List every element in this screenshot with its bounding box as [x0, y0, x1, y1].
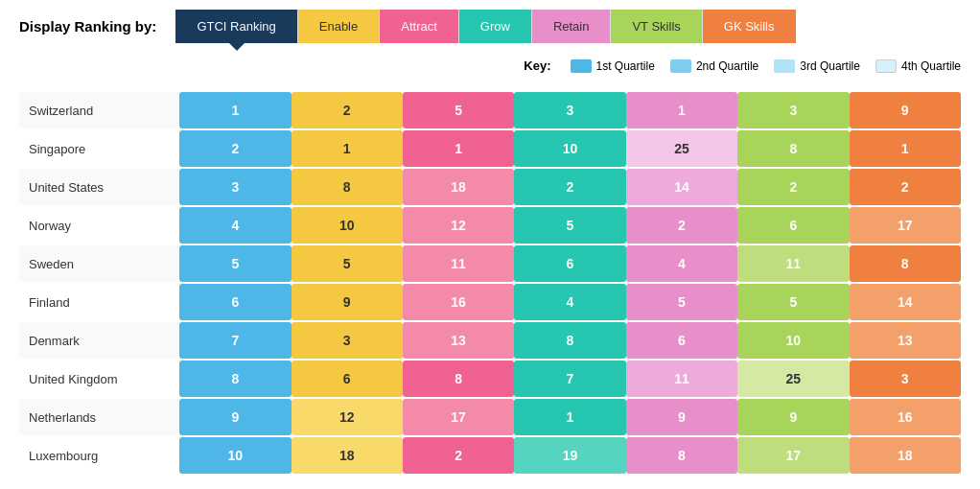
table-row: Switzerland1253139 — [19, 92, 961, 128]
table-row: Finland691645514 — [19, 284, 961, 320]
key-swatch-2q — [670, 59, 691, 73]
enable-cell: 2 — [292, 92, 403, 128]
gkskills-cell: 3 — [850, 361, 961, 397]
retain-cell: 14 — [626, 169, 737, 205]
gtci-cell: 4 — [179, 207, 291, 244]
rankings-table: Switzerland1253139Singapore211102581Unit… — [19, 88, 961, 476]
table-row: United Kingdom868711253 — [19, 361, 961, 397]
retain-cell: 11 — [626, 361, 737, 397]
gkskills-cell: 14 — [850, 284, 961, 320]
vtskills-cell: 6 — [737, 207, 849, 244]
vtskills-cell: 8 — [737, 130, 849, 167]
gtci-cell: 5 — [179, 245, 291, 282]
grow-cell: 4 — [514, 284, 625, 320]
gtci-cell: 2 — [179, 130, 291, 167]
grow-cell: 5 — [514, 207, 625, 244]
enable-cell: 5 — [292, 245, 403, 282]
retain-cell: 5 — [626, 284, 737, 320]
table-row: Denmark7313861013 — [19, 322, 961, 359]
table-row: Sweden551164118 — [19, 245, 961, 282]
btn-enable[interactable]: Enable — [298, 10, 380, 43]
gkskills-cell: 8 — [850, 245, 961, 282]
btn-grow[interactable]: Grow — [459, 10, 532, 43]
attract-cell: 13 — [403, 322, 514, 359]
country-cell: Singapore — [19, 130, 179, 167]
gtci-cell: 10 — [179, 437, 291, 474]
country-cell: Finland — [19, 284, 179, 320]
retain-cell: 25 — [626, 130, 737, 167]
gkskills-cell: 1 — [850, 130, 961, 167]
vtskills-cell: 10 — [737, 322, 849, 359]
display-ranking-label: Display Ranking by: — [19, 18, 156, 35]
attract-cell: 18 — [403, 169, 514, 205]
gtci-cell: 9 — [179, 399, 291, 435]
grow-cell: 3 — [514, 92, 625, 128]
grow-cell: 10 — [514, 130, 625, 167]
retain-cell: 1 — [626, 92, 737, 128]
attract-cell: 8 — [403, 361, 514, 397]
key-text-1q: 1st Quartile — [596, 59, 655, 73]
gkskills-cell: 16 — [850, 399, 961, 435]
retain-cell: 9 — [626, 399, 737, 435]
key-section: Key: 1st Quartile 2nd Quartile 3rd Quart… — [0, 53, 980, 79]
country-cell: Luxembourg — [19, 437, 179, 474]
vtskills-cell: 25 — [737, 361, 849, 397]
country-cell: Sweden — [19, 245, 179, 282]
btn-gkskills[interactable]: GK Skills — [703, 10, 796, 43]
enable-cell: 9 — [292, 284, 403, 320]
header-section: Display Ranking by: GTCI Ranking Enable … — [0, 0, 980, 53]
vtskills-cell: 2 — [737, 169, 849, 205]
table-container: Switzerland1253139Singapore211102581Unit… — [0, 79, 980, 485]
enable-cell: 1 — [292, 130, 403, 167]
key-item-2q: 2nd Quartile — [670, 59, 758, 73]
key-text-2q: 2nd Quartile — [696, 59, 758, 73]
gkskills-cell: 18 — [850, 437, 961, 474]
key-swatch-1q — [571, 59, 592, 73]
btn-retain[interactable]: Retain — [532, 10, 612, 43]
enable-cell: 12 — [292, 399, 403, 435]
grow-cell: 6 — [514, 245, 625, 282]
country-cell: United Kingdom — [19, 361, 179, 397]
enable-cell: 18 — [292, 437, 403, 474]
grow-cell: 19 — [514, 437, 625, 474]
table-row: Luxembourg101821981718 — [19, 437, 961, 474]
key-swatch-3q — [774, 59, 795, 73]
gkskills-cell: 17 — [850, 207, 961, 244]
retain-cell: 2 — [626, 207, 737, 244]
retain-cell: 8 — [626, 437, 737, 474]
enable-cell: 8 — [292, 169, 403, 205]
retain-cell: 4 — [626, 245, 737, 282]
key-item-1q: 1st Quartile — [571, 59, 655, 73]
gtci-cell: 6 — [179, 284, 291, 320]
ranking-buttons: GTCI Ranking Enable Attract Grow Retain … — [175, 10, 795, 43]
country-cell: Netherlands — [19, 399, 179, 435]
attract-cell: 1 — [403, 130, 514, 167]
key-label: Key: — [524, 58, 550, 73]
grow-cell: 2 — [514, 169, 625, 205]
country-cell: United States — [19, 169, 179, 205]
vtskills-cell: 5 — [737, 284, 849, 320]
table-row: United States381821422 — [19, 169, 961, 205]
gtci-cell: 7 — [179, 322, 291, 359]
vtskills-cell: 17 — [737, 437, 849, 474]
country-cell: Switzerland — [19, 92, 179, 128]
enable-cell: 3 — [292, 322, 403, 359]
retain-cell: 6 — [626, 322, 737, 359]
enable-cell: 6 — [292, 361, 403, 397]
vtskills-cell: 11 — [737, 245, 849, 282]
gtci-cell: 3 — [179, 169, 291, 205]
key-item-3q: 3rd Quartile — [774, 59, 860, 73]
btn-gtci[interactable]: GTCI Ranking — [175, 10, 297, 43]
attract-cell: 16 — [403, 284, 514, 320]
key-text-4q: 4th Quartile — [901, 59, 961, 73]
vtskills-cell: 3 — [737, 92, 849, 128]
attract-cell: 5 — [403, 92, 514, 128]
btn-vtskills[interactable]: VT Skills — [611, 10, 702, 43]
btn-attract[interactable]: Attract — [380, 10, 459, 43]
key-text-3q: 3rd Quartile — [800, 59, 860, 73]
enable-cell: 10 — [292, 207, 403, 244]
attract-cell: 2 — [403, 437, 514, 474]
grow-cell: 7 — [514, 361, 625, 397]
vtskills-cell: 9 — [737, 399, 849, 435]
grow-cell: 1 — [514, 399, 625, 435]
